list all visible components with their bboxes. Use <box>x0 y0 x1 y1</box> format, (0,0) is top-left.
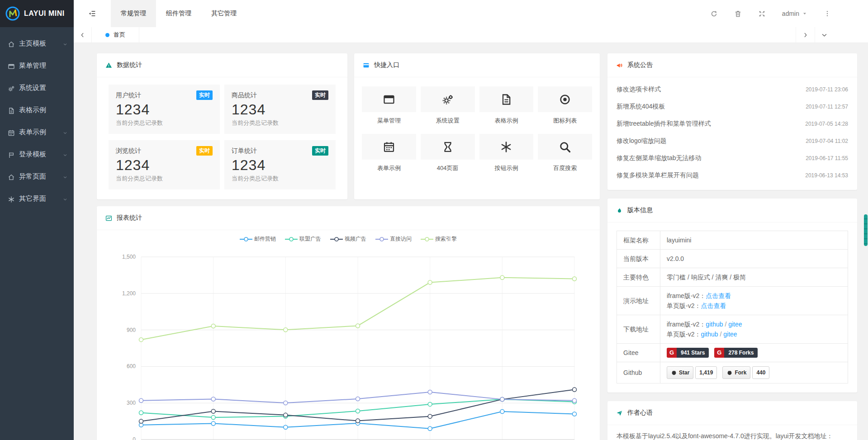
svg-text:0: 0 <box>133 436 136 440</box>
version-label: Gitee <box>617 344 660 362</box>
announcement-text: 修复左侧菜单缩放tab无法移动 <box>617 154 701 162</box>
link-github[interactable]: github <box>701 331 718 338</box>
header-action-expand[interactable] <box>758 10 766 18</box>
version-row-3: 演示地址iframe版-v2：点击查看单页版-v2：点击查看 <box>617 287 848 315</box>
quick-entry-百度搜索[interactable]: 百度搜索 <box>538 134 592 172</box>
sidebar-toggle-button[interactable] <box>74 0 111 27</box>
github-fork-button[interactable]: Fork440 <box>722 366 769 379</box>
page-tab-0[interactable]: 首页 <box>92 27 139 43</box>
sidebar-item-label: 表单示例 <box>19 128 46 137</box>
stat-box-1[interactable]: 商品统计实时1234当前分类总记录数 <box>224 85 336 134</box>
announcement-time: 2019-07-05 14:28 <box>805 121 848 127</box>
quick-entry-按钮示例[interactable]: 按钮示例 <box>479 134 534 172</box>
stat-box-2[interactable]: 浏览统计实时1234当前分类总记录数 <box>109 140 220 189</box>
card-version: 版本信息 框架名称layuimini当前版本v2.0.0主要特色零门槛 / 响应… <box>607 199 857 393</box>
tab-scroll-left-button[interactable] <box>74 27 92 43</box>
legend-marker-icon <box>285 237 298 242</box>
quick-entry-表格示例[interactable]: 表格示例 <box>479 86 534 125</box>
stat-badge: 实时 <box>196 90 213 100</box>
content-area: 数据统计 用户统计实时1234当前分类总记录数商品统计实时1234当前分类总记录… <box>74 43 868 440</box>
version-link-line: 单页版-v2：点击查看 <box>667 301 841 311</box>
tab-operations-button[interactable] <box>815 27 834 43</box>
github-icon <box>726 369 733 376</box>
app-logo[interactable]: LAYUI MINI <box>0 0 74 27</box>
sidebar-item-6[interactable]: 异常页面 <box>0 166 74 188</box>
gitee-badge[interactable]: G941 Stars <box>667 348 709 358</box>
version-label: 当前版本 <box>617 250 660 268</box>
chart-legend: 邮件营销联盟广告视频广告直接访问搜索引擎 <box>97 230 600 243</box>
legend-item-联盟广告[interactable]: 联盟广告 <box>285 235 321 243</box>
header-tab-1[interactable]: 组件管理 <box>156 0 201 27</box>
announcement-time: 2019-06-13 14:53 <box>805 172 848 179</box>
sidebar-item-3[interactable]: 表格示例 <box>0 99 74 121</box>
calendar-icon <box>383 141 395 153</box>
sidebar-item-2[interactable]: 系统设置 <box>0 77 74 99</box>
card-data-stats: 数据统计 用户统计实时1234当前分类总记录数商品统计实时1234当前分类总记录… <box>97 53 347 199</box>
version-label: 演示地址 <box>617 287 660 315</box>
quick-entry-表单示例[interactable]: 表单示例 <box>362 134 416 172</box>
version-table: 框架名称layuimini当前版本v2.0.0主要特色零门槛 / 响应式 / 清… <box>617 231 848 383</box>
header-action-refresh[interactable] <box>710 10 718 18</box>
cogs-icon <box>8 85 15 92</box>
header-action-trash[interactable] <box>734 10 742 18</box>
announcement-item-5[interactable]: 修复多模块菜单栏展开有问题2019-06-13 14:53 <box>617 167 848 184</box>
announcement-text: 修改选项卡样式 <box>617 85 661 94</box>
legend-item-邮件营销[interactable]: 邮件营销 <box>240 235 276 243</box>
hourglass-icon <box>441 141 454 153</box>
version-row-1: 当前版本v2.0.0 <box>617 250 848 268</box>
tab-scroll-right-button[interactable] <box>796 27 815 43</box>
announcement-item-0[interactable]: 修改选项卡样式2019-07-11 23:06 <box>617 81 848 98</box>
quick-entry-图标列表[interactable]: 图标列表 <box>538 86 592 125</box>
legend-label: 联盟广告 <box>299 235 321 243</box>
link-gitee[interactable]: gitee <box>723 331 737 338</box>
stat-label: 用户统计 <box>116 91 141 99</box>
legend-marker-icon <box>421 237 433 242</box>
stat-badge: 实时 <box>312 90 328 100</box>
quick-entry-菜单管理[interactable]: 菜单管理 <box>362 86 416 125</box>
header-more-menu[interactable] <box>824 10 831 17</box>
announcement-item-1[interactable]: 新增系统404模板2019-07-11 12:57 <box>617 98 848 115</box>
sidebar-item-4[interactable]: 表单示例 <box>0 121 74 143</box>
stat-box-3[interactable]: 订单统计实时1234当前分类总记录数 <box>224 140 336 189</box>
report-chart-area: 03006009001,2001,500周一周二周三周四周五周六周日 <box>97 243 600 440</box>
stat-value: 1234 <box>232 157 328 174</box>
legend-item-直接访问[interactable]: 直接访问 <box>375 235 412 243</box>
header-tab-0[interactable]: 常规管理 <box>111 0 156 27</box>
link-github[interactable]: github <box>706 321 723 328</box>
stat-value: 1234 <box>116 101 213 118</box>
tab-active-dot <box>105 33 109 37</box>
announcement-item-2[interactable]: 新增treetable插件和菜单管理样式2019-07-05 14:28 <box>617 115 848 132</box>
version-label: 主要特色 <box>617 268 660 287</box>
legend-item-搜索引擎[interactable]: 搜索引擎 <box>421 235 457 243</box>
announcement-item-4[interactable]: 修复左侧菜单缩放tab无法移动2019-06-17 11:55 <box>617 150 848 167</box>
sidebar-item-1[interactable]: 菜单管理 <box>0 55 74 77</box>
user-menu[interactable]: admin <box>782 10 807 17</box>
legend-marker-icon <box>240 237 252 242</box>
sidebar-item-7[interactable]: 其它界面 <box>0 188 74 210</box>
link-点击查看[interactable]: 点击查看 <box>706 292 731 299</box>
stat-caption: 当前分类总记录数 <box>116 175 213 183</box>
sidebar-item-0[interactable]: 主页模板 <box>0 33 74 55</box>
sidebar-item-5[interactable]: 登录模板 <box>0 143 74 166</box>
stat-box-0[interactable]: 用户统计实时1234当前分类总记录数 <box>109 85 220 134</box>
link-点击查看[interactable]: 点击查看 <box>701 302 726 309</box>
svg-text:900: 900 <box>127 327 136 333</box>
gitee-badge[interactable]: G278 Forks <box>714 348 758 358</box>
card-title-stats: 数据统计 <box>117 61 142 69</box>
legend-label: 直接访问 <box>390 235 412 243</box>
card-header-version: 版本信息 <box>607 199 857 222</box>
quick-entry-label: 系统设置 <box>421 117 475 125</box>
quick-entry-系统设置[interactable]: 系统设置 <box>421 86 475 125</box>
scrollbar-thumb[interactable] <box>864 214 868 246</box>
quick-entry-grid: 菜单管理系统设置表格示例图标列表表单示例404页面按钮示例百度搜索 <box>354 77 600 180</box>
quick-entry-404页面[interactable]: 404页面 <box>421 134 475 172</box>
layui-logo-icon <box>5 6 20 21</box>
header-tab-2[interactable]: 其它管理 <box>201 0 247 27</box>
announcement-item-3[interactable]: 修改logo缩放问题2019-07-04 11:02 <box>617 132 848 150</box>
legend-item-视频广告[interactable]: 视频广告 <box>330 235 366 243</box>
gitee-logo-icon: G <box>667 348 677 358</box>
window-icon <box>8 63 15 70</box>
paper-plane-icon <box>616 410 623 416</box>
link-gitee[interactable]: gitee <box>728 321 742 328</box>
github-star-button[interactable]: Star1,419 <box>667 366 717 379</box>
